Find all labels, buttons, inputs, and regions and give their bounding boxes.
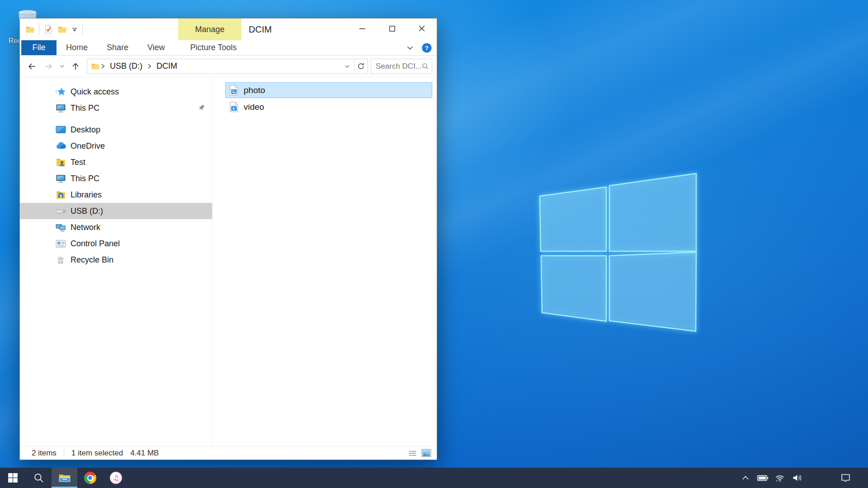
tray-volume-button[interactable] bbox=[788, 468, 806, 488]
search-icon[interactable] bbox=[421, 62, 429, 70]
tray-battery-button[interactable] bbox=[754, 468, 771, 488]
taskbar-button-search[interactable] bbox=[26, 468, 52, 488]
up-button[interactable] bbox=[68, 59, 83, 74]
breadcrumb-chevron-icon[interactable] bbox=[100, 63, 105, 70]
taskbar-spacer bbox=[129, 468, 737, 488]
tray-chevron-up-icon bbox=[741, 474, 750, 483]
toolbar-separator bbox=[39, 24, 39, 35]
tray-wifi-button[interactable] bbox=[771, 468, 788, 488]
sidebar-item-usb-d[interactable]: USB (D:) bbox=[20, 203, 212, 219]
minimize-button[interactable] bbox=[347, 19, 377, 38]
action-center-button[interactable] bbox=[835, 468, 855, 488]
folder-icon[interactable] bbox=[25, 25, 35, 34]
breadcrumb: USB (D:)DCIM bbox=[87, 61, 340, 71]
tab-home[interactable]: Home bbox=[57, 40, 97, 55]
user-folder-icon bbox=[55, 157, 71, 168]
sidebar-item-label: Test bbox=[71, 158, 85, 167]
properties-icon[interactable] bbox=[43, 24, 53, 34]
back-button[interactable] bbox=[24, 59, 40, 74]
sidebar-item-label: OneDrive bbox=[71, 141, 105, 151]
sidebar-item-control-panel[interactable]: Control Panel bbox=[20, 235, 212, 252]
this-pc-monitor-icon bbox=[55, 103, 71, 114]
window-title: DCIM bbox=[249, 19, 272, 40]
sidebar-item-this-pc[interactable]: This PC bbox=[20, 100, 212, 116]
sidebar-item-this-pc[interactable]: This PC bbox=[20, 170, 212, 187]
address-toolbar: USB (D:)DCIM Search DCI... bbox=[20, 56, 437, 77]
toolbar-separator bbox=[82, 24, 83, 35]
volume-icon bbox=[792, 472, 803, 483]
file-item-label: photo bbox=[244, 85, 265, 95]
tab-file[interactable]: File bbox=[21, 40, 57, 55]
tab-picture-tools[interactable]: Picture Tools bbox=[181, 40, 246, 55]
status-separator bbox=[64, 449, 64, 457]
sidebar-item-label: Network bbox=[71, 223, 100, 232]
file-item-photo[interactable]: photo bbox=[225, 82, 432, 98]
recycle-bin-icon bbox=[55, 254, 71, 265]
sidebar-item-label: USB (D:) bbox=[71, 206, 103, 216]
file-list[interactable]: photovideo bbox=[212, 77, 437, 446]
control-panel-icon bbox=[55, 238, 71, 249]
refresh-icon[interactable] bbox=[354, 59, 368, 74]
search-input[interactable]: Search DCI... bbox=[371, 59, 432, 74]
libraries-icon bbox=[55, 189, 71, 201]
tab-manage[interactable]: Manage bbox=[178, 19, 241, 40]
recent-locations-icon[interactable] bbox=[57, 59, 67, 74]
sidebar-item-label: Recycle Bin bbox=[71, 255, 113, 265]
sidebar-item-desktop[interactable]: Desktop bbox=[20, 122, 212, 138]
start-icon bbox=[7, 472, 19, 483]
video-file-icon bbox=[229, 101, 244, 113]
quick-access-toolbar bbox=[25, 19, 83, 40]
ribbon-right-controls: ? bbox=[406, 40, 432, 56]
new-folder-icon[interactable] bbox=[57, 25, 67, 34]
current-folder-icon bbox=[91, 62, 100, 71]
pin-icon bbox=[198, 103, 206, 111]
details-view-icon[interactable] bbox=[409, 449, 417, 457]
tab-view[interactable]: View bbox=[138, 40, 175, 55]
tray-chevron-up-button[interactable] bbox=[737, 468, 754, 488]
titlebar[interactable]: Manage DCIM bbox=[20, 19, 437, 40]
breadcrumb-item-usb-d[interactable]: USB (D:) bbox=[106, 61, 146, 71]
image-file-icon bbox=[229, 84, 244, 96]
system-tray bbox=[737, 468, 806, 488]
sidebar-item-label: This PC bbox=[71, 103, 99, 113]
sidebar-item-label: Desktop bbox=[71, 125, 100, 135]
sidebar-item-label: Control Panel bbox=[71, 239, 120, 249]
taskbar-button-start[interactable] bbox=[0, 468, 26, 488]
view-switcher bbox=[409, 449, 437, 457]
tab-share[interactable]: Share bbox=[97, 40, 138, 55]
svg-text:?: ? bbox=[425, 45, 429, 52]
expand-ribbon-icon[interactable] bbox=[406, 44, 414, 52]
status-bar: 2 items 1 item selected 4.41 MB bbox=[20, 446, 437, 460]
taskbar-button-file-explorer[interactable] bbox=[52, 468, 77, 488]
sidebar-item-libraries[interactable]: Libraries bbox=[20, 187, 212, 203]
wifi-icon bbox=[774, 473, 785, 483]
sidebar-item-label: This PC bbox=[71, 174, 99, 183]
this-pc-monitor-icon bbox=[55, 173, 71, 184]
close-button[interactable] bbox=[407, 19, 437, 38]
search-icon bbox=[33, 472, 44, 483]
help-icon[interactable]: ? bbox=[421, 42, 432, 53]
breadcrumb-chevron-icon[interactable] bbox=[147, 63, 152, 70]
sidebar-item-test[interactable]: Test bbox=[20, 154, 212, 170]
selection-size: 4.41 MB bbox=[130, 449, 159, 458]
file-item-video[interactable]: video bbox=[225, 99, 432, 115]
desktop-icon bbox=[55, 124, 71, 136]
address-dropdown-icon[interactable] bbox=[340, 59, 354, 74]
usb-drive-icon bbox=[55, 205, 71, 217]
sidebar-item-onedrive[interactable]: OneDrive bbox=[20, 138, 212, 154]
navigation-pane: Quick accessThis PCDesktopOneDriveTestTh… bbox=[20, 77, 212, 446]
large-icons-view-icon[interactable] bbox=[421, 449, 431, 457]
sidebar-item-network[interactable]: Network bbox=[20, 219, 212, 235]
customize-quick-access-icon[interactable] bbox=[71, 26, 78, 33]
taskbar: ♫ bbox=[0, 468, 868, 488]
address-bar[interactable]: USB (D:)DCIM bbox=[87, 59, 368, 74]
taskbar-button-chrome[interactable] bbox=[77, 468, 103, 488]
forward-button[interactable] bbox=[41, 59, 56, 74]
taskbar-button-itunes[interactable]: ♫ bbox=[103, 468, 129, 488]
sidebar-item-recycle-bin[interactable]: Recycle Bin bbox=[20, 252, 212, 268]
breadcrumb-item-dcim[interactable]: DCIM bbox=[152, 61, 181, 71]
sidebar-item-quick-access[interactable]: Quick access bbox=[20, 84, 212, 100]
maximize-button[interactable] bbox=[377, 19, 407, 38]
sidebar-item-label: Libraries bbox=[71, 190, 102, 200]
ribbon-tab-strip: FileHomeShareViewPicture Tools ? bbox=[20, 40, 437, 56]
